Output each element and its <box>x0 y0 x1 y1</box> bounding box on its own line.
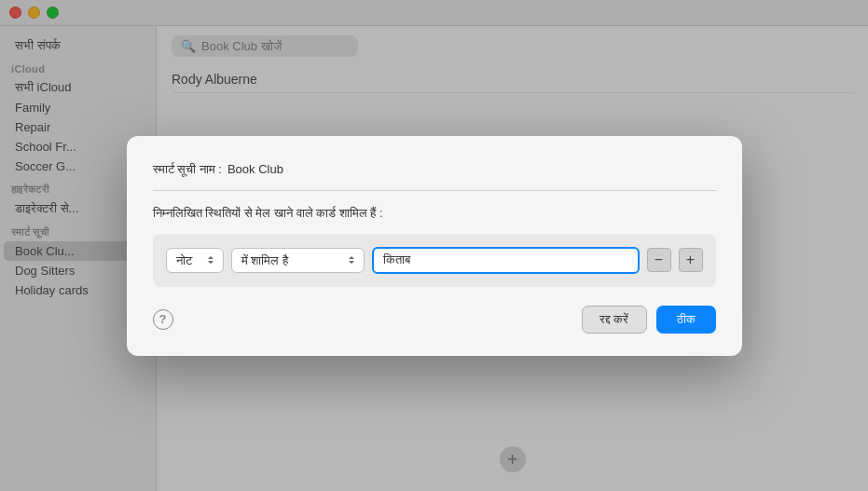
smart-list-name-input[interactable] <box>227 162 716 176</box>
footer-buttons: रद्द करें ठीक <box>582 306 716 334</box>
field-select-wrap: नोट नाम ईमेल फोन <box>166 248 224 273</box>
condition-row: नोट नाम ईमेल फोन में शामिल है इसके बराबर… <box>166 247 703 274</box>
modal-title-row: स्मार्ट सूची नाम : <box>153 162 716 191</box>
smart-list-modal: स्मार्ट सूची नाम : निम्नलिखित स्थितियों … <box>127 136 742 356</box>
app-window: सभी संपर्क iCloud सभी iCloud Family Repa… <box>0 0 868 491</box>
field-select[interactable]: नोट नाम ईमेल फोन <box>166 248 224 273</box>
modal-title-label: स्मार्ट सूची नाम : <box>153 162 222 177</box>
cancel-button[interactable]: रद्द करें <box>582 306 647 334</box>
help-button[interactable]: ? <box>153 309 173 330</box>
remove-condition-button[interactable]: − <box>647 248 671 272</box>
condition-area: नोट नाम ईमेल फोन में शामिल है इसके बराबर… <box>153 234 716 287</box>
ok-button[interactable]: ठीक <box>656 306 716 334</box>
add-condition-button[interactable]: + <box>679 248 703 272</box>
operator-select[interactable]: में शामिल है इसके बराबर है इसके साथ शुरू… <box>231 248 365 273</box>
modal-subtitle: निम्नलिखित स्थितियों से मेल खाने वाले का… <box>153 206 716 221</box>
condition-value-input[interactable] <box>372 247 640 274</box>
modal-overlay: स्मार्ट सूची नाम : निम्नलिखित स्थितियों … <box>0 0 868 491</box>
modal-footer: ? रद्द करें ठीक <box>153 306 716 334</box>
operator-select-wrap: में शामिल है इसके बराबर है इसके साथ शुरू… <box>231 248 365 273</box>
